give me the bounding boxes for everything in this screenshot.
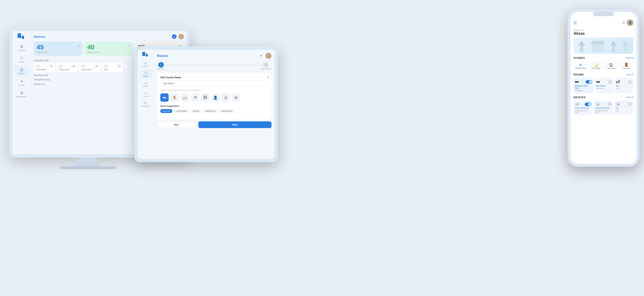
back-button[interactable]: Back bbox=[157, 121, 196, 128]
step-2: 2 bbox=[263, 62, 269, 68]
active-devices-card: 40 Active Devices ✓ bbox=[84, 42, 134, 56]
tablet-nav-automations[interactable]: ⚙ Automations bbox=[139, 100, 152, 109]
room-toggle-2[interactable] bbox=[606, 80, 612, 84]
tablet-logo bbox=[142, 52, 149, 56]
icon-bed-button[interactable]: 🛏 bbox=[160, 93, 169, 102]
icon-printer-button[interactable]: 🖨 bbox=[222, 93, 230, 102]
icon-shower-button[interactable]: 🚿 bbox=[191, 93, 199, 102]
hamburger-menu-icon[interactable]: ☰ bbox=[574, 20, 577, 25]
device-card-4-top: ··· bbox=[104, 64, 121, 68]
room-card-bedroom[interactable]: 🛏 Bed Room 3 Devices bbox=[595, 78, 614, 93]
room-name-input[interactable] bbox=[160, 80, 268, 86]
device-toggle-4[interactable] bbox=[116, 65, 121, 68]
desktop-nav-rooms[interactable]: ⬡ Rooms bbox=[14, 54, 29, 65]
tablet-user-avatar[interactable] bbox=[266, 53, 272, 59]
add-device-button[interactable]: + bbox=[172, 34, 176, 39]
device-icon-row-1: ⊡ bbox=[575, 102, 591, 106]
device-toggle-phone-3[interactable] bbox=[626, 102, 632, 106]
icon-frame-button[interactable]: 🖼 bbox=[201, 93, 210, 102]
room-bed-icon-1: 🛏 bbox=[575, 80, 579, 84]
suggestion-dining[interactable]: Dining Room bbox=[219, 109, 234, 113]
devices-section-header: DEVICES View All bbox=[574, 96, 633, 99]
scenes-view-all[interactable]: View All bbox=[626, 57, 633, 59]
suggestion-living[interactable]: Living Room bbox=[203, 109, 218, 113]
room-card-bedroom-first[interactable]: 🛏 Bedroom First Floor 6 Devices bbox=[574, 78, 594, 93]
desktop-nav-scenes[interactable]: ✦ Scenes bbox=[14, 77, 29, 88]
room-toggle-3[interactable] bbox=[626, 80, 632, 84]
i-am-home-label: I am Home bbox=[606, 68, 617, 69]
good-morning-icon: ☀ bbox=[575, 62, 586, 67]
phone-notch bbox=[593, 12, 614, 16]
next-button[interactable]: Next bbox=[198, 121, 272, 128]
form-close-button[interactable]: ✕ bbox=[266, 75, 269, 79]
icon-book-button[interactable]: 📖 bbox=[181, 93, 189, 102]
suggestion-lorem[interactable]: Lorem Room bbox=[174, 109, 189, 113]
device-card-2g[interactable]: ⊟ Touch Panel 2G Living Room First Floor bbox=[594, 100, 613, 115]
desktop-header: Devices + bbox=[34, 34, 184, 39]
banner-tree-left bbox=[580, 46, 583, 52]
device-toggle-1[interactable] bbox=[48, 65, 53, 68]
scene-good-morning[interactable]: ☀ Good Morning bbox=[574, 61, 588, 70]
device-card-3g[interactable]: ⊡ Touch Panel 3G Living Room First Floor bbox=[574, 100, 592, 115]
tablet-nav-devices[interactable]: ⊡ Devices bbox=[139, 80, 152, 89]
desktop-nav-automations[interactable]: ⚙ Automations bbox=[14, 89, 29, 100]
touch-panel-2g-icon: ⊟ bbox=[595, 102, 600, 106]
user-avatar[interactable] bbox=[178, 34, 184, 39]
phone-top-right: + 👤 bbox=[622, 20, 633, 26]
banner-house bbox=[592, 44, 604, 52]
tablet-header: Rooms + bbox=[157, 53, 272, 59]
automations-icon: ⚙ bbox=[20, 91, 24, 95]
icon-chair-button[interactable]: 🪑 bbox=[170, 93, 179, 102]
icon-person-button[interactable]: 👤 bbox=[211, 93, 220, 102]
device-toggle-3[interactable] bbox=[93, 65, 98, 68]
tablet-nav-scenes[interactable]: ✦ Scenes bbox=[139, 90, 152, 99]
desktop-nav-overview[interactable]: ⊞ Overview bbox=[14, 42, 29, 53]
tablet-add-button[interactable]: + bbox=[258, 53, 264, 58]
device-name-2: 2 Gang Device bbox=[58, 69, 76, 70]
tablet-nav-overview[interactable]: ⊞ Overview bbox=[139, 60, 152, 69]
device-card-1-top: ··· bbox=[36, 64, 53, 68]
scenes-section-header: SCENES View All bbox=[574, 56, 633, 59]
devices-view-all[interactable]: View All bbox=[626, 96, 633, 98]
add-room-form: ✕ Add Custom Name Icons ( Please choose … bbox=[157, 73, 272, 120]
scene-i-am-away[interactable]: 🚪 I am Away bbox=[620, 61, 633, 70]
tablet-nav-rooms[interactable]: ⬡ Rooms bbox=[139, 70, 152, 79]
tablet-automations-label: Automations bbox=[141, 106, 150, 107]
tablet-automations-icon: ⚙ bbox=[144, 101, 147, 105]
device-card-1: ··· 3 Gang Device bbox=[34, 63, 55, 72]
room-toggle-1[interactable] bbox=[586, 80, 592, 84]
desktop-logo bbox=[18, 33, 26, 39]
scene-i-am-home[interactable]: 🏠 I am Home bbox=[604, 61, 618, 70]
phone-scenes-row: ☀ Good Morning 🌙 Good Night 🏠 I am Home … bbox=[574, 61, 633, 70]
room-toggle-row-1: 🛏 bbox=[575, 80, 592, 84]
phone-add-icon[interactable]: + bbox=[622, 20, 625, 25]
scene-good-night[interactable]: 🌙 Good Night bbox=[589, 61, 603, 70]
desktop-nav-devices[interactable]: ⊡ Devices bbox=[14, 66, 29, 76]
device-card-other[interactable]: ⊠ To... Live... bbox=[614, 100, 633, 115]
tablet-header-right: + bbox=[258, 53, 272, 59]
active-devices-number: 40 bbox=[87, 44, 100, 50]
room-toggle-row-2: 🛏 bbox=[596, 80, 612, 84]
device-icon-row-3: ⊠ bbox=[616, 102, 632, 106]
total-devices-icon: ≡ bbox=[78, 44, 80, 48]
phone-banner bbox=[574, 38, 633, 54]
tablet-main: Rooms + 1 Add Name 2 Assign Devices bbox=[154, 50, 275, 159]
suggestion-bedroom[interactable]: Bedroom bbox=[160, 109, 172, 113]
desktop-page-title: Devices bbox=[34, 35, 45, 38]
phone-user-avatar[interactable]: 👤 bbox=[627, 20, 633, 26]
room-count-2: 3 Devices bbox=[596, 88, 612, 89]
form-buttons: Back Next bbox=[157, 121, 272, 128]
room-card-di[interactable]: 🛋 Di... 3 D... bbox=[615, 78, 633, 93]
step-2-label: Assign Devices bbox=[260, 68, 272, 70]
device-name-phone-1: Touch Panel 3G bbox=[575, 107, 591, 109]
icons-label: Icons ( Please choose icon for your scen… bbox=[160, 89, 268, 92]
tablet-logo-right bbox=[146, 54, 148, 56]
rooms-view-all[interactable]: View All bbox=[626, 74, 633, 76]
suggestion-kitchen[interactable]: Kitchen bbox=[191, 109, 202, 113]
phone-rooms-row: 🛏 Bedroom First Floor 6 Devices 🛏 Bed Ro… bbox=[574, 78, 633, 93]
device-toggle-2[interactable] bbox=[70, 65, 76, 68]
icon-grid-button[interactable]: ⊞ bbox=[232, 93, 240, 102]
device-toggle-phone-1[interactable] bbox=[585, 102, 591, 106]
step-1: 1 bbox=[158, 62, 164, 68]
device-toggle-phone-2[interactable] bbox=[605, 102, 612, 106]
